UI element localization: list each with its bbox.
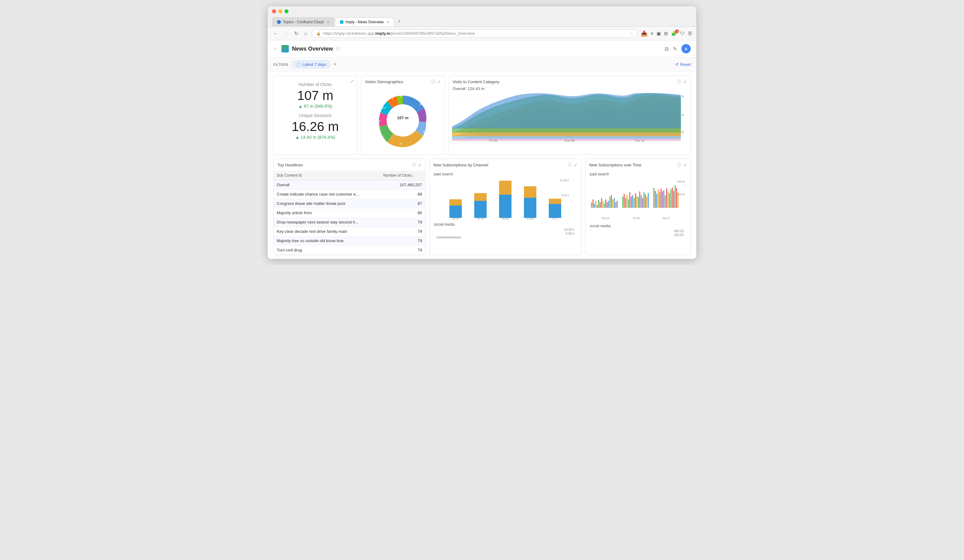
home-nav-button[interactable]: ⌂: [303, 30, 308, 37]
back-nav-button[interactable]: ←: [272, 30, 280, 37]
privacy-icon[interactable]: 🛡: [680, 31, 685, 36]
layout-icon[interactable]: ⊟: [664, 46, 669, 52]
svg-rect-77: [643, 192, 645, 208]
avatar[interactable]: A: [681, 44, 691, 54]
visits-overall: Overall: 124.43 m: [449, 86, 690, 93]
pocket-icon[interactable]: 📥: [641, 30, 648, 37]
menu-icon[interactable]: ☰: [688, 31, 692, 36]
svg-rect-45: [594, 204, 595, 208]
refresh-nav-button[interactable]: ↻: [293, 30, 300, 37]
reset-button[interactable]: ↺ Reset: [675, 62, 691, 67]
svg-rect-65: [627, 195, 628, 208]
extensions-icon[interactable]: 🧩 2: [671, 31, 677, 36]
subs-time-expand-icon[interactable]: ⤢: [683, 163, 687, 167]
subs-channel-info-icon[interactable]: ⓘ: [568, 162, 572, 168]
metrics-expand-icon[interactable]: ⤢: [350, 79, 354, 83]
tab-confluent[interactable]: C Topics - Confluent Cloud ✕: [272, 17, 334, 26]
date-filter-chip[interactable]: 🕐 Latest 7 days: [291, 60, 331, 68]
svg-rect-88: [663, 190, 664, 208]
headline-clicks-cell: 79: [380, 227, 425, 236]
subs-time-chart: 400.00 200.00: [590, 178, 686, 222]
table-row: Majority article from86: [274, 208, 425, 218]
svg-text:m: m: [400, 95, 402, 98]
add-filter-button[interactable]: +: [334, 61, 337, 68]
tab-confluent-close[interactable]: ✕: [327, 20, 329, 24]
col-sub-content-id: Sub Content Id: [274, 171, 380, 180]
visits-expand-icon[interactable]: ⤢: [683, 80, 687, 84]
headline-id-cell: Overall: [274, 180, 380, 190]
headline-id-cell: Drop newspaper next season way second h.…: [274, 218, 380, 227]
svg-rect-68: [631, 196, 632, 208]
svg-text:51-60: 51-60: [526, 217, 534, 220]
svg-rect-27: [449, 199, 462, 206]
headline-id-cell: Key clear decade rest drive family main: [274, 227, 380, 236]
svg-text:3: 3: [400, 142, 401, 145]
star-icon[interactable]: ☆: [630, 31, 633, 36]
svg-rect-33: [524, 186, 536, 198]
clicks-change: ▲ 97 m (946.6%): [278, 104, 352, 109]
page-title: News Overview: [292, 45, 333, 52]
reader-view-icon[interactable]: ≡: [651, 31, 653, 36]
svg-rect-30: [499, 195, 511, 218]
svg-rect-26: [449, 206, 462, 218]
svg-rect-59: [614, 198, 615, 208]
filters-label: FILTERS: [273, 63, 288, 67]
svg-text:107 m: 107 m: [397, 115, 409, 120]
app-back-button[interactable]: ←: [273, 46, 278, 52]
scrollbar[interactable]: [436, 237, 461, 239]
svg-rect-44: [593, 199, 593, 208]
svg-text:26-35: 26-35: [477, 217, 484, 220]
svg-rect-29: [474, 193, 487, 201]
sidebar-icon[interactable]: ▣: [656, 31, 661, 36]
svg-text:m: m: [427, 117, 430, 120]
svg-rect-79: [646, 196, 647, 208]
imply-tab-icon: i: [339, 20, 344, 24]
security-icon: 🔒: [316, 31, 321, 36]
address-bar[interactable]: 🔒 https://imply-clickstream.app.imply.io…: [311, 29, 638, 37]
svg-rect-48: [598, 200, 599, 208]
subs-time-paid-label: paid search: [590, 172, 686, 176]
svg-text:Fri 06: Fri 06: [489, 139, 498, 143]
forward-nav-button[interactable]: →: [283, 30, 290, 37]
title-info-icon[interactable]: ⓘ: [336, 46, 340, 52]
svg-rect-62: [622, 196, 623, 208]
svg-text:18-25: 18-25: [452, 217, 459, 220]
subs-time-info-icon[interactable]: ⓘ: [677, 162, 681, 168]
subs-channel-expand-icon[interactable]: ⤢: [574, 163, 577, 167]
tab-imply-close[interactable]: ✕: [387, 20, 389, 24]
edit-icon[interactable]: ✎: [673, 46, 677, 52]
collections-icon[interactable]: ⊞: [664, 31, 668, 36]
headline-id-cell: Congress these site matter threat poor: [274, 199, 380, 208]
tab-imply[interactable]: i Imply - News Overview ✕: [335, 17, 394, 26]
close-button[interactable]: [272, 9, 276, 13]
headline-clicks-cell: 79: [380, 245, 425, 255]
svg-rect-86: [661, 189, 661, 208]
demographics-expand-icon[interactable]: ⤢: [437, 80, 441, 84]
minimize-button[interactable]: [278, 9, 282, 13]
svg-rect-57: [611, 195, 612, 208]
maximize-button[interactable]: [285, 9, 288, 13]
tab-confluent-label: Topics - Confluent Cloud: [283, 20, 324, 24]
sort-icon[interactable]: ↓: [413, 174, 415, 177]
svg-rect-63: [624, 194, 625, 208]
svg-rect-31: [499, 181, 511, 195]
svg-text:2...: 2...: [382, 135, 386, 138]
svg-rect-58: [612, 199, 613, 208]
visits-chart-svg: 1.50 m 1.00 m 0.50 m: [449, 93, 690, 143]
visits-title: Visits to Content Category: [453, 80, 676, 84]
svg-point-4: [387, 104, 419, 136]
visits-info-icon[interactable]: ⓘ: [677, 79, 681, 84]
svg-rect-54: [607, 202, 608, 208]
svg-rect-66: [628, 199, 629, 208]
svg-rect-94: [672, 187, 673, 208]
demographics-info-icon[interactable]: ⓘ: [432, 79, 435, 84]
app-header: ← News Overview ⓘ ⊟ ✎ A: [268, 41, 696, 57]
svg-rect-70: [633, 198, 635, 208]
demographics-title: Visitor Demographics: [365, 80, 430, 84]
new-tab-button[interactable]: +: [395, 16, 404, 26]
headlines-info-icon[interactable]: ⓘ: [412, 162, 416, 168]
svg-rect-73: [638, 197, 639, 208]
headlines-expand-icon[interactable]: ⤢: [418, 163, 422, 167]
svg-rect-78: [645, 194, 646, 208]
svg-rect-95: [673, 191, 674, 208]
